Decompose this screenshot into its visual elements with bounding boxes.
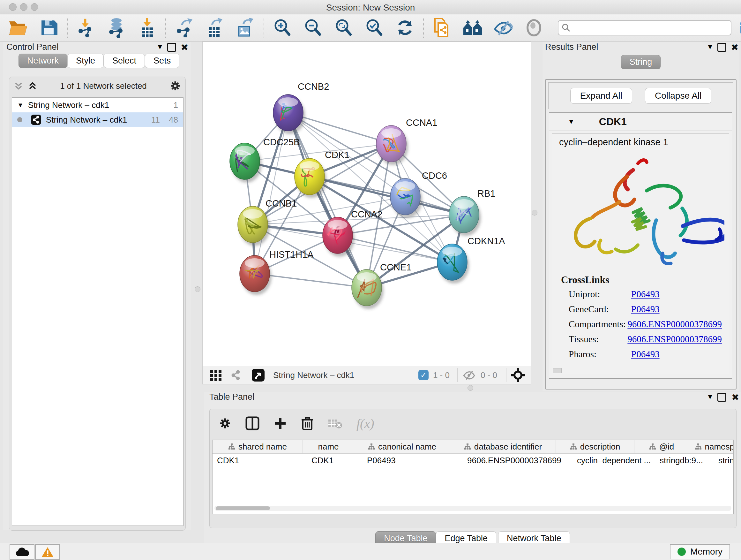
open-session-icon[interactable]: [8, 18, 28, 38]
import-network-database-icon[interactable]: [107, 18, 126, 38]
network-node-rb1[interactable]: [449, 196, 481, 236]
network-edge[interactable]: [310, 177, 464, 214]
network-tree-child-row[interactable]: String Network – cdk1 11 48: [12, 112, 183, 127]
network-edge[interactable]: [338, 235, 452, 262]
tab-string[interactable]: String: [621, 55, 661, 69]
expand-all-chevron-icon[interactable]: [28, 81, 37, 91]
results-panel-close-icon[interactable]: ✖: [731, 42, 738, 53]
refresh-icon[interactable]: [395, 18, 415, 38]
hidden-eye-icon: [462, 369, 476, 381]
pan-crosshair-icon[interactable]: [511, 368, 525, 382]
crosslink-link[interactable]: 9606.ENSP00000378699: [627, 334, 722, 349]
column-header-namespac[interactable]: namespac: [689, 440, 734, 453]
first-neighbors-icon[interactable]: [463, 18, 482, 38]
column-header--id[interactable]: @id: [634, 440, 689, 453]
network-list-box: 1 of 1 Network selected ▼ String Network…: [9, 77, 186, 531]
crosslink-link[interactable]: 9606.ENSP00000378699: [627, 319, 722, 334]
table-box: f(x) shared namenamecanonical namedataba…: [209, 409, 737, 528]
control-panel-collapse-icon[interactable]: ▼: [156, 43, 163, 51]
export-table-icon[interactable]: [205, 18, 225, 38]
network-graph[interactable]: CCNB2CCNA1CDC25BCDK1CDC6RB1CCNB1CCNA2CDK…: [203, 42, 531, 366]
export-network-icon[interactable]: [174, 18, 194, 38]
cloud-status-button[interactable]: [10, 544, 35, 560]
network-canvas[interactable]: CCNB2CCNA1CDC25BCDK1CDC6RB1CCNB1CCNA2CDK…: [202, 42, 531, 367]
network-edge[interactable]: [288, 113, 367, 288]
collapse-all-chevron-icon[interactable]: [14, 81, 23, 91]
zoom-in-icon[interactable]: [273, 18, 292, 38]
network-node-ccnb2[interactable]: [273, 95, 305, 134]
show-columns-icon[interactable]: [246, 416, 259, 430]
table-body: CDK1CDK1P064939606.ENSP00000378699cyclin…: [212, 454, 733, 467]
control-panel-float-icon[interactable]: [167, 43, 176, 52]
table-panel-close-icon[interactable]: ✖: [732, 392, 739, 402]
network-node-ccnb1[interactable]: [238, 206, 270, 246]
tree-expander-icon[interactable]: ▼: [17, 102, 23, 109]
import-table-icon[interactable]: [137, 18, 157, 38]
selected-checkbox-icon[interactable]: ✓: [418, 370, 428, 380]
zoom-out-icon[interactable]: [303, 18, 323, 38]
crosslink-link[interactable]: P06493: [631, 304, 660, 319]
crosslink-link[interactable]: P06493: [631, 289, 660, 304]
grid-view-icon[interactable]: [210, 369, 222, 381]
table-row[interactable]: CDK1CDK1P064939606.ENSP00000378699cyclin…: [212, 454, 733, 467]
share-view-icon[interactable]: [230, 369, 242, 381]
table-gear-icon[interactable]: [219, 417, 231, 430]
clone-network-icon[interactable]: [432, 18, 452, 38]
tab-network[interactable]: Network: [18, 54, 67, 68]
node-label-ccnb1: CCNB1: [266, 198, 297, 208]
column-header-description[interactable]: description: [556, 440, 634, 453]
left-splitter-handle[interactable]: [195, 287, 200, 292]
gear-icon[interactable]: [170, 80, 181, 91]
add-column-icon[interactable]: [273, 417, 287, 430]
table-hscrollbar-thumb[interactable]: [216, 506, 270, 510]
results-panel-collapse-icon[interactable]: ▼: [706, 43, 714, 51]
horizontal-splitter-handle[interactable]: [468, 385, 473, 391]
column-header-canonical-name[interactable]: canonical name: [354, 440, 450, 453]
warning-status-button[interactable]: [35, 544, 60, 560]
table-cell: stringdb:9...: [655, 455, 714, 465]
column-header-database-identifier[interactable]: database identifier: [450, 440, 556, 453]
collapse-all-button[interactable]: Collapse All: [645, 88, 711, 104]
table-hscrollbar[interactable]: [214, 506, 731, 511]
zoom-fit-icon[interactable]: [334, 18, 354, 38]
network-node-hist1h1a[interactable]: [240, 255, 272, 295]
birdseye-view-icon[interactable]: [252, 368, 265, 382]
zoom-selected-icon[interactable]: [364, 18, 384, 38]
tab-select[interactable]: Select: [104, 54, 145, 68]
search-input[interactable]: [558, 20, 731, 36]
right-splitter-handle[interactable]: [532, 210, 537, 215]
save-session-icon[interactable]: [39, 18, 59, 38]
expand-all-button[interactable]: Expand All: [570, 88, 632, 104]
export-image-icon[interactable]: [235, 18, 255, 38]
import-network-file-icon[interactable]: [76, 18, 96, 38]
hide-selected-icon[interactable]: [493, 18, 513, 38]
table-panel-title: Table Panel: [209, 392, 254, 401]
network-node-cdc25b[interactable]: [230, 143, 262, 183]
results-panel-float-icon[interactable]: [718, 43, 726, 52]
control-panel-close-icon[interactable]: ✖: [181, 42, 188, 53]
column-header-shared-name[interactable]: shared name: [212, 440, 303, 453]
crosslink-link[interactable]: P06493: [631, 349, 660, 364]
network-node-ccna2[interactable]: [323, 217, 354, 257]
network-node-cdc6[interactable]: [390, 179, 422, 218]
network-node-cdk1[interactable]: [294, 159, 327, 198]
collection-count: 1: [174, 100, 178, 110]
crosslink-label: Uniprot:: [569, 289, 631, 304]
network-node-cdkn1a[interactable]: [437, 244, 469, 284]
help-icon[interactable]: ?: [740, 19, 741, 37]
network-tree-root-row[interactable]: ▼ String Network – cdk1 1: [12, 98, 183, 112]
delete-column-icon[interactable]: [301, 416, 314, 431]
tab-style[interactable]: Style: [67, 54, 104, 68]
column-network-icon: [695, 443, 702, 450]
column-header-name[interactable]: name: [303, 440, 354, 453]
node-table[interactable]: shared namenamecanonical namedatabase id…: [212, 440, 734, 514]
network-node-ccne1[interactable]: [352, 269, 384, 309]
table-panel-collapse-icon[interactable]: ▼: [706, 393, 714, 401]
results-scroll-corner[interactable]: [553, 368, 562, 373]
table-cell: P06493: [362, 455, 463, 465]
table-panel-float-icon[interactable]: [718, 393, 726, 401]
crosslinks-list: Uniprot:P06493 GeneCard:P06493 Compartme…: [569, 289, 722, 364]
gene-section-expander-icon[interactable]: ▼: [568, 118, 575, 126]
tab-sets[interactable]: Sets: [145, 54, 179, 68]
memory-button[interactable]: Memory: [670, 544, 730, 559]
